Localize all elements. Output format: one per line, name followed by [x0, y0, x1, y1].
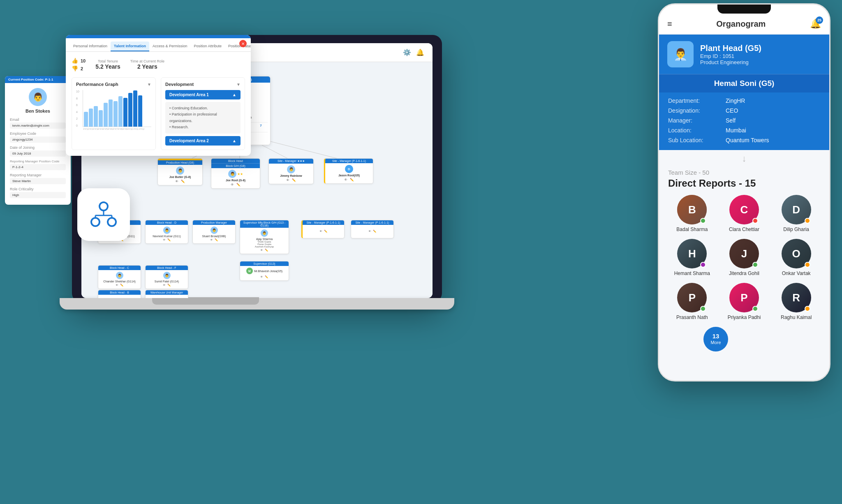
- settings-icon[interactable]: ⚙️: [403, 49, 411, 56]
- phone-title: Organogram: [716, 19, 766, 29]
- edit-icon-12[interactable]: ✏️: [120, 284, 124, 287]
- raghu-name: Raghu Kaimal: [781, 314, 812, 320]
- site-manager-2-node[interactable]: Site - Manager (P-1-6-1-1) D Jason Root(…: [324, 158, 373, 184]
- clara-status: [752, 218, 758, 224]
- phone-notch: [717, 5, 771, 14]
- eye-icon-7[interactable]: 👁: [163, 238, 166, 242]
- dev-area-1-btn[interactable]: Development Area 1 ▲: [165, 90, 241, 99]
- block-head-f[interactable]: Block Head - F 👨 Sumit Patel (G114) 👁 ✏️: [145, 265, 188, 289]
- edit-icon-3[interactable]: ✏️: [236, 183, 241, 187]
- dilip-status: [805, 218, 810, 224]
- dept-value: ZingHR: [726, 97, 745, 104]
- clara-name: Clara Chettiar: [729, 227, 759, 232]
- bar-12: [138, 95, 142, 127]
- edit-icon-11[interactable]: ✏️: [373, 230, 377, 233]
- edit-icon-5[interactable]: ✏️: [350, 178, 354, 182]
- talent-thumbs: 👍 10 👎 2: [72, 58, 86, 72]
- warehouse-manager-node[interactable]: Warehouse Unit Manager 👁 ✏️: [145, 290, 188, 298]
- org-header-icons: ⚙️ 🔔: [403, 49, 424, 56]
- eye-icon-11[interactable]: 👁: [368, 230, 371, 233]
- bar-9: [123, 98, 127, 127]
- site-manager-3-node[interactable]: Site - Manager (P-1-6-1-1) 👁 ✏️: [301, 220, 345, 238]
- phone-profile-name: Plant Head (G5): [700, 44, 761, 53]
- phone-menu-icon[interactable]: ≡: [667, 20, 672, 28]
- eye-icon-5[interactable]: 👁: [344, 178, 347, 182]
- bell-icon[interactable]: 🔔: [416, 49, 424, 56]
- eye-icon-2[interactable]: 👁: [175, 180, 178, 183]
- raghu-status: [805, 306, 810, 312]
- dev-area-2-btn[interactable]: Development Area 2 ▲: [165, 136, 241, 146]
- talent-close-btn[interactable]: ✕: [239, 40, 247, 47]
- site-manager-4-node[interactable]: Site - Manager (P-1-6-1-1) 👁 ✏️: [351, 220, 394, 238]
- production-head-node[interactable]: Production Head (G8) 👨 Joe Butler (G-8) …: [157, 158, 203, 185]
- bar-10: [128, 93, 132, 127]
- phone-direct-reports: Direct Reports - 15: [659, 177, 829, 195]
- total-tenure-label: Total Tenure: [95, 59, 120, 63]
- person-badal: B Badal Sharma: [668, 195, 716, 232]
- dev-area-2-label: Development Area 2: [169, 139, 209, 143]
- more-button[interactable]: 13 More: [703, 327, 728, 351]
- phone-arrow: ↓: [659, 150, 829, 167]
- employee-panel: Current Position Code: P-1-1 👨 Ben Stoke…: [5, 76, 71, 205]
- edit-icon-7[interactable]: ✏️: [167, 238, 171, 242]
- tab-talent-info[interactable]: Talent Information: [111, 42, 149, 51]
- edit-icon-16[interactable]: ✏️: [265, 275, 268, 279]
- phone-profile-card: 👨‍💼 Plant Head (G5) Emp ID : 1051 Produc…: [659, 35, 829, 74]
- tab-access[interactable]: Access & Permission: [149, 42, 191, 51]
- more-count: 13: [712, 333, 719, 340]
- emp-doj-label: Date of Joining: [10, 146, 66, 150]
- bhavesh-node[interactable]: Supervisor (G13) M Mr.Bhavesh Joisa(G5) …: [240, 261, 289, 281]
- development-card: Development ▼ Development Area 1 ▲ • Con…: [161, 77, 245, 150]
- eye-icon-3[interactable]: 👁: [231, 183, 234, 187]
- edit-icon-9[interactable]: ✏️: [265, 249, 268, 252]
- edit-icon-2[interactable]: ✏️: [181, 180, 185, 183]
- tab-personal-info[interactable]: Personal Information: [70, 42, 111, 51]
- supervisor-mfg-node[interactable]: Supervisor Mfg Block G/H (G13 - G11B) 👨 …: [240, 220, 289, 254]
- eye-icon-10[interactable]: 👁: [319, 230, 322, 233]
- time-current-role-value: 2 Years: [130, 63, 164, 70]
- tab-position-dataset[interactable]: Position Dataset: [225, 42, 251, 51]
- phone-profile-id: Emp ID : 1051: [700, 53, 761, 59]
- bar-chart: [83, 90, 151, 127]
- site-manager-1-node[interactable]: Site - Manager ★★★ 👨 Jimmy Rainbow 👁 ✏️: [268, 158, 314, 184]
- block-head-d[interactable]: Block Head - D 👨 Navneet Kumar (G11) 👁 ✏…: [145, 220, 188, 244]
- edit-icon-8[interactable]: ✏️: [215, 238, 218, 242]
- perf-graph-chevron[interactable]: ▼: [147, 82, 151, 87]
- time-current-role-label: Time at Current Role: [130, 59, 164, 63]
- phone-details-section: Department: ZingHR Designation: CEO Mana…: [659, 92, 829, 150]
- eye-icon-4[interactable]: 👁: [286, 178, 289, 182]
- eye-icon-8[interactable]: 👁: [210, 238, 213, 242]
- thumb-up-count: 10: [81, 58, 86, 63]
- eye-icon-13[interactable]: 👁: [163, 284, 166, 287]
- sublocation-label: Sub Location:: [668, 137, 726, 143]
- block-head-gh-node[interactable]: Block Head Block G/H (G8) 👨 ★★ Joe Root …: [211, 158, 260, 189]
- designation-label: Designation:: [668, 107, 726, 114]
- phone-profile-info: Plant Head (G5) Emp ID : 1051 Product En…: [700, 44, 761, 65]
- org-chart-icon: [89, 200, 118, 229]
- edit-icon-10[interactable]: ✏️: [324, 230, 328, 233]
- person-priyanka: P Priyanka Padhi: [720, 283, 768, 320]
- emp-avatar: 👨: [29, 88, 47, 106]
- block-head-b[interactable]: Block Head - B 👁 ✏️: [98, 290, 141, 298]
- phone-bell-container[interactable]: 🔔 25: [810, 18, 821, 29]
- eye-icon-9[interactable]: 👁: [260, 249, 263, 252]
- edit-icon-13[interactable]: ✏️: [167, 284, 171, 287]
- jitendra-name: Jitendra Gohil: [729, 270, 759, 276]
- emp-email-label: Email: [10, 118, 66, 122]
- bar-6: [109, 99, 113, 127]
- location-row: Location: Mumbai: [668, 127, 820, 134]
- production-manager-node[interactable]: Production Manager 👨 Stuart Broad(G9B) 👁…: [192, 220, 236, 244]
- bar-5: [104, 103, 108, 127]
- designation-value: CEO: [726, 107, 738, 114]
- laptop-base-notch: [152, 297, 259, 305]
- eye-icon-12[interactable]: 👁: [116, 284, 118, 287]
- svg-point-5: [91, 218, 99, 226]
- eye-icon-16[interactable]: 👁: [260, 275, 263, 279]
- priyanka-status: [752, 306, 758, 312]
- block-head-c[interactable]: Block Head - C 👨 Chander Shekhar (G114) …: [98, 265, 141, 289]
- edit-icon-4[interactable]: ✏️: [292, 178, 296, 182]
- dev-chevron[interactable]: ▼: [236, 82, 241, 87]
- app-icon[interactable]: [77, 188, 130, 241]
- bar-3: [94, 106, 98, 127]
- tab-position-attr[interactable]: Position Attribute: [190, 42, 225, 51]
